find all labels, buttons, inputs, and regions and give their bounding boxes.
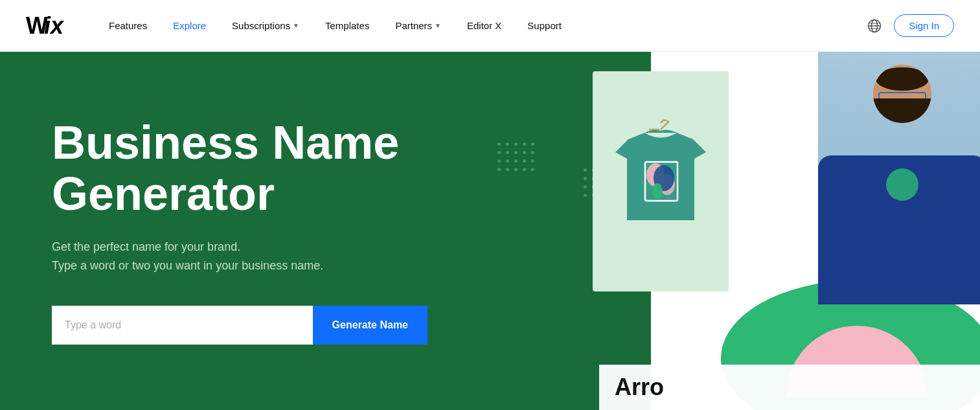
navbar: W ix Features Explore Subscriptions ▼ Te…: [0, 0, 980, 52]
hero-left-panel: Business Name Generator Get the perfect …: [0, 52, 651, 410]
chevron-down-icon: ▼: [293, 22, 299, 29]
svg-point-11: [652, 183, 663, 199]
nav-item-subscriptions[interactable]: Subscriptions ▼: [219, 0, 312, 52]
language-selector-button[interactable]: [865, 17, 883, 35]
hero-title: Business Name Generator: [52, 117, 440, 220]
name-preview-card: Arro: [599, 365, 980, 410]
person-photo-card: [818, 52, 980, 304]
generate-name-button[interactable]: Generate Name: [313, 306, 427, 345]
nav-item-support[interactable]: Support: [514, 0, 575, 52]
dots-decoration-1: [497, 142, 534, 171]
nav-item-editorx[interactable]: Editor X: [454, 0, 514, 52]
wix-logo[interactable]: W ix: [26, 16, 70, 36]
nav-item-partners[interactable]: Partners ▼: [382, 0, 454, 52]
svg-text:ix: ix: [44, 16, 65, 36]
hero-input-row: Generate Name: [52, 306, 427, 345]
hero-subtitle: Get the perfect name for your brand. Typ…: [52, 238, 599, 275]
business-name-input[interactable]: [52, 306, 313, 345]
hero-right-panel: Arro: [651, 52, 980, 410]
nav-links: Features Explore Subscriptions ▼ Templat…: [96, 0, 865, 52]
nav-item-explore[interactable]: Explore: [160, 0, 219, 52]
wix-logo-svg: W ix: [26, 16, 70, 36]
sign-in-button[interactable]: Sign In: [894, 14, 954, 37]
tshirt-illustration: [609, 117, 712, 246]
nav-right: Sign In: [865, 14, 954, 37]
tshirt-product-card: [593, 71, 729, 291]
name-preview-text: Arro: [615, 374, 664, 401]
chevron-down-icon: ▼: [435, 22, 441, 29]
nav-item-features[interactable]: Features: [96, 0, 160, 52]
nav-item-templates[interactable]: Templates: [312, 0, 382, 52]
hero-section: Business Name Generator Get the perfect …: [0, 52, 980, 410]
